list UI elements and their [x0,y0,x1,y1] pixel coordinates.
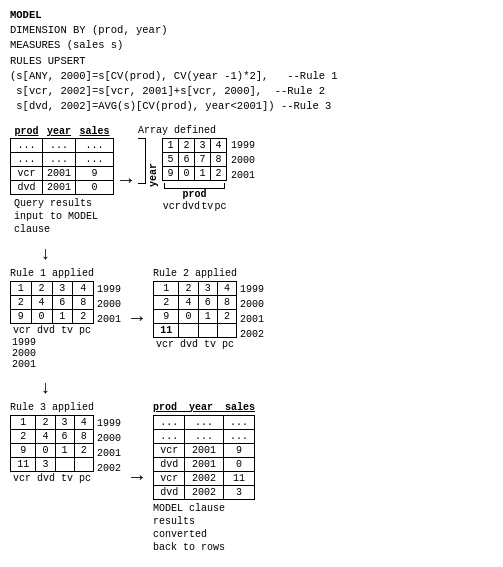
rule3-table-container: Rule 3 applied 1234 2468 9012 113 vcr dv… [10,402,94,484]
table-row: 113 [11,457,94,471]
table-row: 9012 [163,166,227,180]
table-row: 1234 [154,281,237,295]
arrow-right-1: → [120,169,132,192]
table-row: 1234 [163,138,227,152]
arrow-right-3: → [131,466,143,489]
table-row: ......... [154,415,255,429]
code-line-1: MODEL [10,8,493,23]
query-header-prod: prod [11,125,43,139]
arrow-down-2: ↓ [40,378,51,398]
result-table: ......... ......... vcr20019 dvd20010 vc… [153,415,255,500]
table-row: 1234 [11,415,94,429]
table-row: 9012 [11,443,94,457]
rule2-table: 1234 2468 9012 11 [153,281,237,338]
arrow-down-1: ↓ [40,244,51,264]
result-annot: MODEL clause results converted back to r… [153,502,255,554]
table-row: 9012 [154,309,237,323]
arrow-right-2: → [131,307,143,330]
query-header-sales: sales [76,125,114,139]
code-block: MODEL DIMENSION BY (prod, year) MEASURES… [10,8,493,115]
code-line-6: s[vcr, 2002]=s[vcr, 2001]+s[vcr, 2000], … [10,84,493,99]
rule2-title: Rule 2 applied [153,268,237,279]
table-row: 2468 [11,429,94,443]
table-row: 2468 [154,295,237,309]
query-table: prod year sales ......... ......... vcr2… [10,125,114,195]
table-row: dvd20023 [154,485,255,499]
array-table-container: Array defined year 1234 5678 9012 [138,125,255,212]
table-row: 1234 [11,281,94,295]
rule3-title: Rule 3 applied [10,402,94,413]
code-line-5: (s[ANY, 2000]=s[CV(prod), CV(year -1)*2]… [10,69,493,84]
prod-label: prod [162,189,227,200]
query-annot: Query results input to MODEL clause [14,197,98,236]
rule1-table: 1234 2468 9012 [10,281,94,324]
table-row: dvd20010 [11,180,114,194]
table-row: vcr200211 [154,471,255,485]
table-row: 2468 [11,295,94,309]
code-line-7: s[dvd, 2002]=AVG(s)[CV(prod), year<2001]… [10,99,493,114]
table-row: ......... [11,152,114,166]
rule3-table: 1234 2468 9012 113 [10,415,94,472]
result-table-container: prod year sales ......... ......... vcr2… [153,402,255,554]
table-row: ......... [11,138,114,152]
year-label: year [148,163,159,187]
query-table-container: prod year sales ......... ......... vcr2… [10,125,114,236]
rule1-title: Rule 1 applied [10,268,94,279]
page-container: MODEL DIMENSION BY (prod, year) MEASURES… [10,8,493,554]
result-title: prod year sales [153,402,255,413]
array-table: 1234 5678 9012 [162,138,227,181]
rule2-table-container: Rule 2 applied 1234 2468 9012 11 vcr dvd… [153,268,237,350]
code-line-4: RULES UPSERT [10,54,493,69]
code-line-3: MEASURES (sales s) [10,38,493,53]
table-row: vcr20019 [154,443,255,457]
array-title: Array defined [138,125,216,136]
code-line-2: DIMENSION BY (prod, year) [10,23,493,38]
table-row: dvd20010 [154,457,255,471]
table-row: ......... [154,429,255,443]
table-row: 11 [154,323,237,337]
rule1-table-container: Rule 1 applied 1234 2468 9012 vcr dvd tv… [10,268,94,370]
table-row: 9012 [11,309,94,323]
table-row: vcr20019 [11,166,114,180]
table-row: 5678 [163,152,227,166]
query-header-year: year [43,125,76,139]
